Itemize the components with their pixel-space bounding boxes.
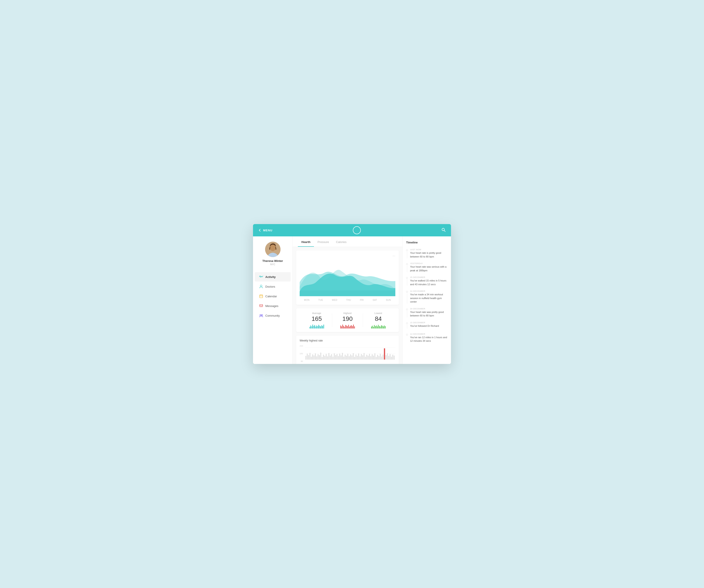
svg-rect-47 bbox=[347, 354, 348, 360]
svg-rect-35 bbox=[331, 354, 332, 360]
avatar bbox=[265, 242, 281, 257]
svg-rect-74 bbox=[384, 348, 385, 360]
sidebar-item-activity-label: Activity bbox=[265, 275, 276, 279]
svg-rect-68 bbox=[376, 357, 377, 360]
timeline-dot-3 bbox=[406, 291, 408, 293]
svg-rect-48 bbox=[349, 356, 350, 360]
timeline-date-6: 14 DECEMBER bbox=[410, 333, 448, 335]
wave-chart-svg bbox=[300, 259, 395, 296]
day-sun: SUN bbox=[386, 299, 391, 301]
svg-rect-41 bbox=[339, 353, 340, 360]
timeline-date-0: JUST NOW bbox=[410, 249, 448, 251]
svg-rect-54 bbox=[357, 356, 358, 360]
svg-rect-59 bbox=[364, 353, 364, 360]
svg-rect-60 bbox=[365, 357, 366, 360]
svg-rect-44 bbox=[343, 357, 344, 360]
timeline-text-3: You've made a 34 min workout session in … bbox=[410, 293, 448, 304]
svg-rect-29 bbox=[323, 355, 324, 360]
timeline-item-1: YESTERDAY Your heart rate was serious wi… bbox=[406, 262, 448, 272]
stat-average-bars bbox=[301, 324, 332, 329]
svg-rect-31 bbox=[326, 354, 327, 360]
calendar-icon bbox=[259, 294, 263, 298]
svg-rect-36 bbox=[333, 357, 333, 360]
stat-highest-bars bbox=[332, 324, 363, 329]
tab-hearth[interactable]: Hearth bbox=[298, 237, 314, 247]
timeline-text-5: You've followed Dr Richard bbox=[410, 324, 448, 328]
tab-calories[interactable]: Calories bbox=[333, 237, 350, 247]
svg-rect-42 bbox=[341, 355, 341, 360]
timeline-dot-4 bbox=[406, 309, 408, 310]
svg-rect-50 bbox=[351, 355, 352, 360]
sidebar-item-doctors[interactable]: Doctors bbox=[255, 282, 291, 291]
svg-rect-19 bbox=[309, 353, 310, 360]
svg-rect-10 bbox=[259, 305, 263, 307]
stat-highest-value: 190 bbox=[332, 315, 363, 322]
timeline-date-2: 25 DECEMBER bbox=[410, 276, 448, 278]
svg-rect-65 bbox=[372, 354, 373, 360]
sidebar-item-activity[interactable]: Activity bbox=[255, 272, 291, 281]
svg-rect-30 bbox=[324, 356, 325, 360]
timeline: Timeline JUST NOW Your heart rate is pre… bbox=[403, 237, 451, 364]
timeline-item-3: 24 DECEMBER You've made a 34 min workout… bbox=[406, 290, 448, 304]
svg-rect-55 bbox=[358, 353, 359, 360]
timeline-text-6: You've ran 12 miles in 1 hours and 12 mi… bbox=[410, 336, 448, 343]
sidebar-item-community[interactable]: Community bbox=[255, 311, 291, 320]
svg-rect-72 bbox=[381, 356, 382, 360]
svg-rect-77 bbox=[388, 356, 389, 360]
svg-rect-32 bbox=[327, 356, 328, 360]
day-thu: THU bbox=[346, 299, 351, 301]
messages-icon bbox=[259, 304, 263, 308]
svg-rect-80 bbox=[392, 355, 393, 360]
svg-rect-33 bbox=[329, 353, 329, 360]
svg-point-11 bbox=[260, 315, 261, 316]
svg-point-12 bbox=[261, 315, 263, 316]
sidebar-nav: Activity Doctors bbox=[253, 272, 292, 321]
timeline-item-6: 14 DECEMBER You've ran 12 miles in 1 hou… bbox=[406, 333, 448, 343]
timeline-date-5: 15 DECEMBER bbox=[410, 322, 448, 324]
svg-rect-39 bbox=[337, 354, 338, 360]
sidebar-item-messages[interactable]: Messages bbox=[255, 301, 291, 311]
svg-rect-40 bbox=[338, 356, 339, 360]
stats-card: Average 165 bbox=[296, 308, 399, 332]
svg-rect-21 bbox=[312, 354, 313, 360]
svg-rect-45 bbox=[345, 355, 346, 360]
weekly-y-labels: 210 150 90 bbox=[300, 345, 303, 363]
sidebar-item-calendar[interactable]: Calendar bbox=[255, 291, 291, 301]
y-label-210: 210 bbox=[300, 345, 303, 347]
svg-rect-73 bbox=[383, 354, 384, 360]
svg-rect-24 bbox=[316, 356, 317, 360]
day-mon: MON bbox=[304, 299, 309, 301]
timeline-text-1: Your heart rate was serious with a peak … bbox=[410, 265, 448, 272]
timeline-item-4: 20 DECEMBER Your heart rate was pretty g… bbox=[406, 308, 448, 318]
day-fri: FRI bbox=[360, 299, 364, 301]
menu-button[interactable]: MENU bbox=[258, 229, 272, 232]
timeline-dot-2 bbox=[406, 277, 408, 279]
stat-average: Average 165 bbox=[301, 312, 332, 329]
activity-icon bbox=[259, 275, 263, 279]
svg-rect-22 bbox=[313, 355, 314, 360]
weekly-label: Weekly highest rate bbox=[300, 339, 395, 342]
svg-rect-46 bbox=[346, 356, 347, 360]
svg-rect-6 bbox=[259, 295, 263, 298]
chart-options[interactable]: ··· bbox=[300, 254, 395, 258]
svg-rect-23 bbox=[315, 353, 316, 360]
app-window: MENU bbox=[253, 224, 451, 364]
weekly-card: Weekly highest rate 210 150 90 bbox=[296, 336, 399, 364]
sidebar-item-community-label: Community bbox=[265, 314, 280, 317]
svg-rect-78 bbox=[390, 354, 391, 360]
stat-lowest-label: Lowest bbox=[363, 312, 394, 315]
stat-lowest: Lowest 84 bbox=[363, 312, 394, 329]
timeline-dot-1 bbox=[406, 263, 408, 265]
timeline-item-0: JUST NOW Your heart rate is pretty good … bbox=[406, 249, 448, 258]
svg-rect-20 bbox=[311, 357, 312, 360]
search-icon[interactable] bbox=[441, 227, 446, 233]
menu-label: MENU bbox=[263, 229, 272, 232]
timeline-text-0: Your heart rate is pretty good between 6… bbox=[410, 251, 448, 258]
timeline-item-2: 25 DECEMBER You've walked 15 miles in 5 … bbox=[406, 276, 448, 286]
timeline-dot-0 bbox=[406, 249, 408, 251]
svg-rect-37 bbox=[334, 353, 335, 360]
timeline-date-4: 20 DECEMBER bbox=[410, 308, 448, 310]
day-labels: MON TUE WED THU FRI SAT SUN bbox=[300, 297, 395, 301]
svg-rect-49 bbox=[350, 354, 351, 360]
tab-pressure[interactable]: Pressure bbox=[314, 237, 333, 247]
